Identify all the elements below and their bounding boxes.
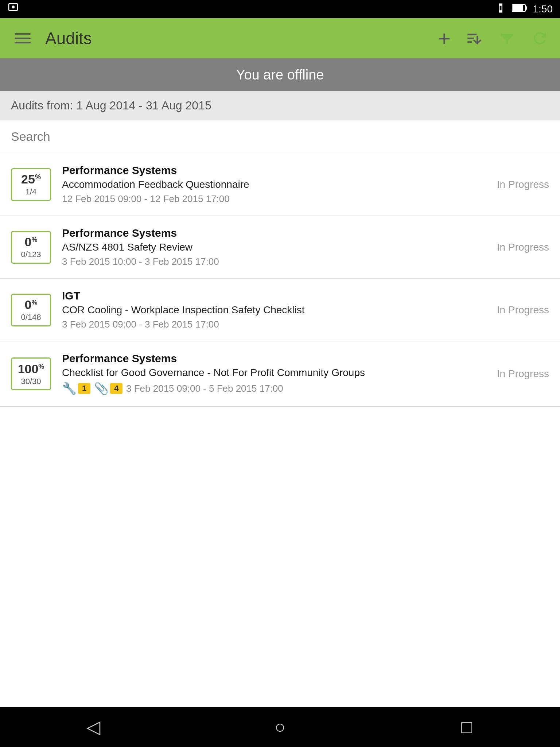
progress-badge-2: 0%0/123 <box>11 231 51 264</box>
toolbar-actions: + <box>438 26 549 51</box>
audit-name-4: Checklist for Good Governance - Not For … <box>62 367 490 379</box>
audit-content-4: Performance SystemsChecklist for Good Go… <box>62 352 490 395</box>
status-bar: 1:50 <box>0 0 560 18</box>
progress-fraction-1: 1/4 <box>26 187 37 197</box>
back-button[interactable]: ◁ <box>79 712 108 742</box>
audit-name-1: Accommodation Feedback Questionnaire <box>62 179 490 190</box>
audit-name-2: AS/NZS 4801 Safety Review <box>62 241 490 253</box>
recent-button[interactable]: □ <box>452 712 481 742</box>
flag-count-4: 1 <box>78 383 90 394</box>
progress-fraction-2: 0/123 <box>21 250 41 259</box>
sort-button[interactable] <box>465 29 483 47</box>
audit-date-4: 3 Feb 2015 09:00 - 5 Feb 2015 17:00 <box>126 383 283 394</box>
audit-status-2: In Progress <box>497 241 549 253</box>
progress-pct-2: 0% <box>25 235 38 249</box>
search-input[interactable] <box>11 129 549 144</box>
progress-badge-3: 0%0/148 <box>11 294 51 326</box>
filter-button[interactable] <box>498 29 516 47</box>
audit-date-2: 3 Feb 2015 10:00 - 3 Feb 2015 17:00 <box>62 256 490 267</box>
progress-fraction-4: 30/30 <box>21 377 41 386</box>
audit-org-2: Performance Systems <box>62 227 490 239</box>
progress-badge-4: 100%30/30 <box>11 357 51 390</box>
audit-content-3: IGTCOR Cooling - Workplace Inspection Sa… <box>62 290 490 330</box>
status-time: 1:50 <box>533 3 553 15</box>
toolbar: Audits + <box>0 18 560 58</box>
hamburger-line-1 <box>15 33 31 35</box>
audit-org-1: Performance Systems <box>62 164 490 177</box>
audit-icons-row-4: 🔧1📎43 Feb 2015 09:00 - 5 Feb 2015 17:00 <box>62 382 490 395</box>
hamburger-line-2 <box>15 38 31 39</box>
menu-button[interactable] <box>11 30 34 47</box>
home-button[interactable]: ○ <box>265 712 295 742</box>
svg-rect-3 <box>525 6 527 10</box>
audit-status-3: In Progress <box>497 304 549 316</box>
audit-item-1[interactable]: 25%1/4Performance SystemsAccommodation F… <box>0 153 560 216</box>
svg-point-1 <box>12 5 15 8</box>
svg-rect-4 <box>513 5 523 11</box>
add-button[interactable]: + <box>438 26 451 51</box>
page-title: Audits <box>45 28 438 48</box>
screenshot-icon <box>7 2 19 16</box>
hamburger-line-3 <box>15 42 31 43</box>
audit-content-2: Performance SystemsAS/NZS 4801 Safety Re… <box>62 227 490 267</box>
audit-item-3[interactable]: 0%0/148IGTCOR Cooling - Workplace Inspec… <box>0 279 560 341</box>
audit-org-3: IGT <box>62 290 490 302</box>
offline-text: You are offline <box>236 67 324 83</box>
refresh-button[interactable] <box>531 29 549 47</box>
audit-date-3: 3 Feb 2015 09:00 - 3 Feb 2015 17:00 <box>62 319 490 330</box>
progress-fraction-3: 0/148 <box>21 313 41 322</box>
date-range-text: Audits from: 1 Aug 2014 - 31 Aug 2015 <box>11 99 211 112</box>
audit-item-4[interactable]: 100%30/30Performance SystemsChecklist fo… <box>0 341 560 407</box>
flag-badge-4: 🔧1 <box>62 382 90 395</box>
attach-count-4: 4 <box>110 383 122 394</box>
audit-org-4: Performance Systems <box>62 352 490 365</box>
audit-item-2[interactable]: 0%0/123Performance SystemsAS/NZS 4801 Sa… <box>0 216 560 279</box>
battery-icon <box>512 3 527 15</box>
search-container <box>0 120 560 153</box>
progress-pct-1: 25% <box>21 172 41 186</box>
audit-content-1: Performance SystemsAccommodation Feedbac… <box>62 164 490 205</box>
audit-status-1: In Progress <box>497 179 549 190</box>
status-bar-right: 1:50 <box>495 3 553 16</box>
progress-badge-1: 25%1/4 <box>11 168 51 201</box>
progress-pct-4: 100% <box>18 362 44 376</box>
audit-status-4: In Progress <box>497 368 549 380</box>
audit-name-3: COR Cooling - Workplace Inspection Safet… <box>62 304 490 316</box>
bottom-nav: ◁ ○ □ <box>0 707 560 747</box>
vibrate-icon <box>495 3 506 16</box>
offline-banner: You are offline <box>0 58 560 91</box>
attach-icon: 📎 <box>94 382 109 395</box>
audit-date-1: 12 Feb 2015 09:00 - 12 Feb 2015 17:00 <box>62 193 490 205</box>
flag-icon: 🔧 <box>62 382 77 395</box>
status-bar-left <box>7 2 19 16</box>
audit-list: 25%1/4Performance SystemsAccommodation F… <box>0 153 560 707</box>
attach-badge-4: 📎4 <box>94 382 122 395</box>
progress-pct-3: 0% <box>25 298 38 312</box>
date-range-bar: Audits from: 1 Aug 2014 - 31 Aug 2015 <box>0 91 560 120</box>
